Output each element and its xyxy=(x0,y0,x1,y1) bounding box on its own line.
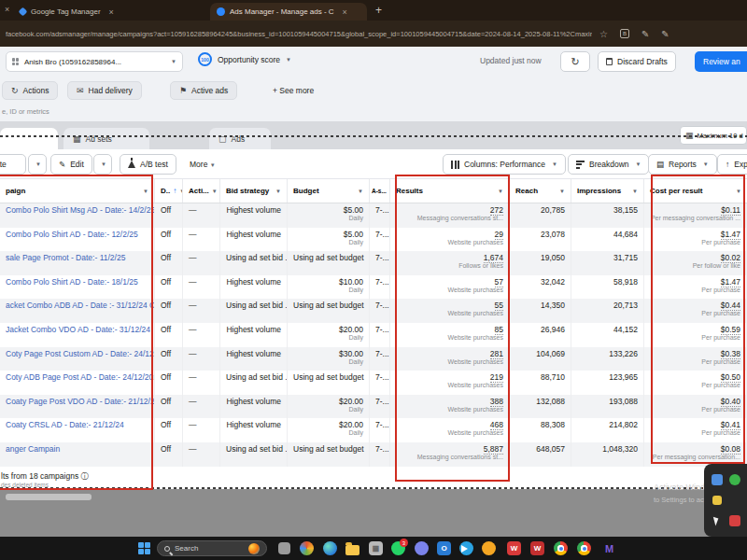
impressions-cell: 38,155 xyxy=(571,203,644,228)
chrome-icon-2[interactable] xyxy=(576,540,592,556)
columns-icon xyxy=(451,161,459,169)
see-more-button[interactable]: + See more xyxy=(273,86,314,95)
col-reach[interactable]: Reach▼ xyxy=(510,179,571,203)
recorder-panel[interactable] xyxy=(704,464,747,537)
phone-link-icon[interactable] xyxy=(414,540,430,556)
bid-strategy-cell: Using ad set bid ... xyxy=(220,442,288,467)
more-button[interactable]: More ▼ xyxy=(190,160,216,169)
horizontal-scrollbar-thumb[interactable] xyxy=(6,494,92,500)
col-budget[interactable]: Budget▼ xyxy=(288,179,370,203)
taskbar-search[interactable]: Search xyxy=(157,540,267,556)
opportunity-score[interactable]: 100 Opportunity score ▼ xyxy=(198,52,291,66)
tab-campaigns[interactable] xyxy=(0,128,58,149)
discard-drafts-button[interactable]: Discard Drafts xyxy=(598,51,676,72)
col-impressions[interactable]: Impressions▼ xyxy=(571,179,644,203)
ad-sets-cell: 7-... xyxy=(370,275,390,300)
reach-cell: 648,057 xyxy=(510,442,571,467)
had-delivery-filter-button[interactable]: ✉ Had delivery xyxy=(67,81,142,100)
url-text[interactable]: facebook.com/adsmanager/manage/campaigns… xyxy=(6,30,592,38)
red-app-icon-2[interactable]: W xyxy=(529,540,545,556)
new-tab-button[interactable]: + xyxy=(375,4,382,17)
ad-sets-cell: 7-... xyxy=(370,371,390,395)
m-app-icon[interactable]: M xyxy=(601,540,617,556)
budget-cell: Using ad set budget xyxy=(288,251,370,275)
tab-label: Google Tag Manager xyxy=(31,7,101,16)
bid-strategy-cell: Highest volume xyxy=(220,275,288,300)
delivery-cell: Off xyxy=(155,371,183,395)
chevron-down-icon: ▼ xyxy=(35,161,41,167)
edit-pencil-icon-2[interactable]: ✎ xyxy=(661,29,669,39)
ad-sets-cell: 7-... xyxy=(370,418,390,442)
edit-button[interactable]: ✎ Edit xyxy=(50,154,92,175)
red-app-icon[interactable]: W xyxy=(506,540,522,556)
ab-test-button[interactable]: A/B test xyxy=(120,154,176,175)
chevron-down-icon: ▼ xyxy=(275,189,281,194)
action-cell: — xyxy=(183,347,220,371)
close-icon[interactable]: × xyxy=(109,7,114,17)
recorder-stop-icon[interactable] xyxy=(729,515,740,526)
search-icon xyxy=(164,546,170,552)
col-bid-strategy[interactable]: Bid strategy▼ xyxy=(220,179,288,203)
sort-asc-icon: ↑ xyxy=(173,187,176,195)
breakdown-icon xyxy=(576,159,585,170)
impressions-cell: 31,715 xyxy=(571,251,644,275)
review-and-publish-button[interactable]: Review an xyxy=(695,51,747,72)
refresh-button[interactable]: ↻ xyxy=(560,51,590,72)
col-actions[interactable]: Acti...▼ xyxy=(183,179,220,203)
duplicate-dropdown[interactable]: ▼ xyxy=(28,154,47,175)
file-explorer-icon[interactable] xyxy=(345,540,360,556)
chevron-down-icon: ▼ xyxy=(703,161,709,167)
trash-icon xyxy=(606,58,613,65)
duplicate-button[interactable]: licate xyxy=(0,154,26,175)
gallery-app-icon[interactable]: ▦ xyxy=(368,540,384,556)
recorder-record-icon[interactable] xyxy=(729,474,740,485)
search-placeholder-fragment[interactable]: e, ID or metrics xyxy=(2,107,49,116)
browser-url-bar[interactable]: facebook.com/adsmanager/manage/campaigns… xyxy=(0,21,747,47)
whatsapp-badge: 3 xyxy=(400,539,408,547)
browser-tab-ads-manager[interactable]: Ads Manager - Manage ads - C × xyxy=(210,3,367,21)
chevron-down-icon: ▼ xyxy=(171,59,176,64)
action-cell: — xyxy=(183,251,220,275)
edit-pencil-icon[interactable]: ✎ xyxy=(641,29,649,39)
reports-button[interactable]: ▤ Reports ▼ xyxy=(648,154,717,175)
bookmark-star-icon[interactable]: ☆ xyxy=(599,29,608,39)
breakdown-button[interactable]: Breakdown ▼ xyxy=(568,154,649,175)
export-icon: ↑ xyxy=(726,160,729,169)
active-ads-filter-button[interactable]: ⚑ Active ads xyxy=(170,81,237,100)
outlook-icon[interactable]: O xyxy=(436,540,452,556)
chevron-down-icon: ▼ xyxy=(636,161,641,167)
col-delivery[interactable]: D..↑▼ xyxy=(155,179,183,203)
tab-ad-sets[interactable]: ▦ Ad sets xyxy=(63,128,149,149)
delivery-cell: Off xyxy=(155,442,183,467)
extension-icon[interactable]: B xyxy=(620,29,629,38)
start-button[interactable] xyxy=(136,540,152,556)
close-icon[interactable]: × xyxy=(5,5,9,14)
mango-app-icon[interactable] xyxy=(481,540,497,556)
recorder-camera-icon[interactable] xyxy=(712,474,723,485)
tab-label: Ads Manager - Manage ads - C xyxy=(230,7,334,16)
action-cell: — xyxy=(183,371,220,395)
bid-strategy-cell: Highest volume xyxy=(220,228,288,252)
recorder-cursor-icon[interactable] xyxy=(713,515,720,525)
flask-icon xyxy=(128,161,135,168)
chevron-down-icon: ▼ xyxy=(552,161,557,167)
close-icon[interactable]: × xyxy=(343,7,347,17)
columns-button[interactable]: Columns: Performance ▼ xyxy=(443,154,566,175)
task-view-button[interactable] xyxy=(276,540,292,556)
recorder-draw-icon[interactable] xyxy=(712,496,722,505)
photos-app-icon[interactable] xyxy=(299,540,315,556)
actions-filter-button[interactable]: ↻ Actions xyxy=(2,81,58,100)
chrome-icon[interactable] xyxy=(553,540,569,556)
export-button[interactable]: ↑ Exp xyxy=(717,154,747,175)
telegram-icon[interactable] xyxy=(458,540,474,556)
browser-tab-gtm[interactable]: Google Tag Manager × xyxy=(13,3,144,21)
edge-app-icon[interactable] xyxy=(322,540,338,556)
chevron-down-icon: ▼ xyxy=(358,189,363,194)
tab-ads[interactable]: ▢ Ads xyxy=(209,128,271,149)
col-ad-sets[interactable]: A-s...▼ xyxy=(370,179,390,203)
ad-account-selector[interactable]: Anish Bro (1059162858964... ▼ xyxy=(6,51,183,72)
whatsapp-icon[interactable]: 3 xyxy=(390,540,406,556)
impressions-cell: 58,918 xyxy=(571,275,644,300)
bid-strategy-cell: Using ad set bid ... xyxy=(220,371,288,395)
edit-dropdown[interactable]: ▼ xyxy=(93,154,112,175)
